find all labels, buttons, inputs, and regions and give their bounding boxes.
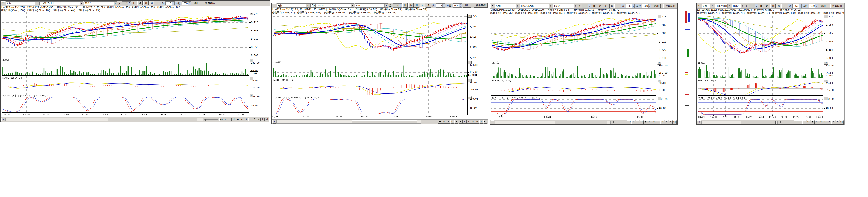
chevron-down-icon[interactable]: ▼ — [350, 4, 354, 7]
chart-tool-button[interactable]: L — [656, 120, 660, 124]
chart-tool-button[interactable]: ▶| — [484, 120, 487, 124]
pane-collapse-icon[interactable]: ▼ — [824, 15, 828, 18]
chart-tool-button[interactable]: − — [228, 118, 231, 121]
tick-button[interactable]: T — [155, 1, 160, 5]
chart-tool-button[interactable]: ıl — [232, 118, 236, 121]
zoom-slider-handle[interactable] — [424, 121, 425, 123]
chevron-down-icon[interactable]: ▼ — [574, 4, 577, 8]
chart-tool-button[interactable]: + — [442, 120, 446, 124]
stepper-arrows-icon[interactable]: ▲▼ — [588, 4, 591, 8]
chevron-down-icon[interactable]: ▼ — [741, 4, 744, 8]
pane-collapse-icon[interactable]: ▼ — [824, 97, 828, 100]
chart-tool-button[interactable]: ■ — [236, 118, 240, 121]
chart-tool-button[interactable]: L — [467, 120, 471, 124]
bar-count-stepper[interactable]: 600 ▲▼ — [182, 1, 191, 5]
chart-canvas[interactable] — [273, 14, 467, 115]
chart-canvas[interactable] — [491, 14, 656, 115]
scrollbar-thumb[interactable] — [555, 121, 608, 124]
chart-tool-button[interactable]: ▶ — [648, 120, 652, 124]
pane-collapse-icon[interactable]: ▼ — [249, 94, 253, 97]
chart-tool-button[interactable]: ▶ — [815, 120, 819, 124]
contract-select[interactable]: 11/12 ▼ — [732, 4, 744, 8]
chart-tool-button[interactable]: − — [802, 120, 806, 124]
scroll-left-button[interactable]: ◀ — [1, 118, 5, 121]
chevron-down-icon[interactable]: ▼ — [114, 2, 117, 5]
monthly-button[interactable]: 月 — [603, 4, 609, 8]
symbol-select[interactable]: 日経225mini ▼ — [310, 3, 354, 8]
zoom-slider[interactable] — [204, 119, 218, 121]
window-collapse-icon[interactable]: ▼ — [272, 3, 276, 7]
scroll-left-button[interactable]: ◀ — [491, 120, 494, 124]
weekly-button[interactable]: 週 — [408, 3, 413, 8]
chart-tool-button[interactable]: X — [479, 120, 483, 124]
stepper-arrows-icon[interactable]: ▲▼ — [442, 4, 445, 7]
apply-button[interactable]: 適用 — [652, 4, 660, 8]
stepper-arrows-icon[interactable]: ▲▼ — [188, 2, 191, 5]
minute-button[interactable]: 分 — [149, 1, 154, 5]
minute-button[interactable]: 分 — [776, 4, 781, 8]
stepper-arrows-icon[interactable]: ▲▼ — [632, 4, 634, 8]
bar-unit-stepper[interactable]: 1 ▲▼ — [122, 1, 131, 5]
pane-collapse-icon[interactable]: ▼ — [468, 14, 472, 18]
zoom-slider[interactable] — [612, 121, 626, 123]
stepper-arrows-icon[interactable]: ▲▼ — [815, 4, 818, 8]
stepper-arrows-icon[interactable]: ▲▼ — [459, 4, 462, 7]
stepper-arrows-icon[interactable]: ▲▼ — [755, 4, 758, 8]
window-collapse-icon[interactable]: ▼ — [490, 4, 494, 8]
monthly-button[interactable]: 月 — [414, 3, 420, 8]
chart-canvas[interactable] — [698, 14, 823, 115]
apply-button[interactable]: 適用 — [463, 3, 471, 8]
daily-button[interactable]: 日 — [592, 4, 597, 8]
bar-unit-stepper[interactable]: 1 ▲▼ — [749, 4, 758, 8]
contract-select[interactable]: 11/12 ▼ — [84, 1, 117, 5]
stepper-arrows-icon[interactable]: ▲▼ — [799, 4, 801, 8]
chevron-down-icon[interactable]: ▼ — [306, 4, 310, 7]
horizontal-scrollbar[interactable] — [701, 121, 778, 124]
chart-tool-button[interactable]: ıl — [807, 120, 810, 124]
pane-collapse-icon[interactable]: ▼ — [824, 61, 828, 65]
bar-count-stepper[interactable]: 600 ▲▼ — [642, 4, 651, 8]
apply-button[interactable]: 適用 — [192, 1, 200, 5]
zoom-slider-handle[interactable] — [780, 121, 781, 123]
horizontal-scrollbar[interactable] — [495, 121, 611, 124]
chart-tool-button[interactable]: ⊕ — [475, 120, 479, 124]
multi-symbol-button[interactable]: 複数銘柄 — [830, 4, 844, 8]
chart-tool-button[interactable]: X — [669, 120, 673, 124]
chart-tool-button[interactable]: D — [652, 120, 656, 124]
chevron-down-icon[interactable]: ▼ — [710, 4, 714, 8]
scroll-left-button[interactable]: ◀ — [272, 120, 276, 124]
minute-value-stepper[interactable]: 15 ▲▼ — [436, 3, 445, 8]
chart-tool-button[interactable]: ıl — [450, 120, 454, 124]
monthly-button[interactable]: 月 — [143, 1, 149, 5]
stepper-arrows-icon[interactable]: ▲▼ — [172, 2, 174, 5]
zoom-slider-handle[interactable] — [613, 121, 614, 123]
chart-tool-button[interactable]: + — [631, 120, 635, 124]
stepper-arrows-icon[interactable]: ▲▼ — [399, 4, 402, 7]
stepper-arrows-icon[interactable]: ▲▼ — [128, 2, 131, 5]
chart-tool-button[interactable]: ▶| — [265, 118, 269, 121]
minute-value-stepper[interactable]: 30 ▲▼ — [625, 4, 635, 8]
horizontal-scrollbar[interactable] — [5, 118, 203, 121]
market-select[interactable]: 先物 ▼ — [6, 1, 39, 5]
apply-button[interactable]: 適用 — [819, 4, 828, 8]
chart-tool-button[interactable]: − — [446, 120, 450, 124]
tick-button[interactable]: T — [426, 3, 431, 8]
pane-collapse-icon[interactable]: ▼ — [249, 59, 253, 62]
chevron-down-icon[interactable]: ▼ — [549, 4, 552, 8]
chart-canvas[interactable] — [2, 12, 249, 113]
pane-collapse-icon[interactable]: ▼ — [657, 97, 661, 100]
monthly-button[interactable]: 月 — [770, 4, 776, 8]
scrollbar-thumb[interactable] — [108, 118, 197, 121]
chart-tool-button[interactable]: D — [463, 120, 467, 124]
zoom-slider-handle[interactable] — [205, 119, 206, 121]
bar-unit-stepper[interactable]: 1 ▲▼ — [582, 4, 591, 8]
chart-tool-button[interactable]: B — [827, 120, 831, 124]
chart-tool-button[interactable]: X — [261, 118, 265, 121]
minute-button[interactable]: 分 — [420, 3, 425, 8]
market-select[interactable]: 先物 ▼ — [702, 4, 714, 8]
pane-collapse-icon[interactable]: ▼ — [249, 77, 253, 80]
chart-tool-button[interactable]: + — [798, 120, 802, 124]
chart-tool-button[interactable]: ⊕ — [257, 118, 260, 121]
market-select[interactable]: 先物 ▼ — [495, 4, 519, 8]
chart-tool-button[interactable]: B — [252, 118, 256, 121]
